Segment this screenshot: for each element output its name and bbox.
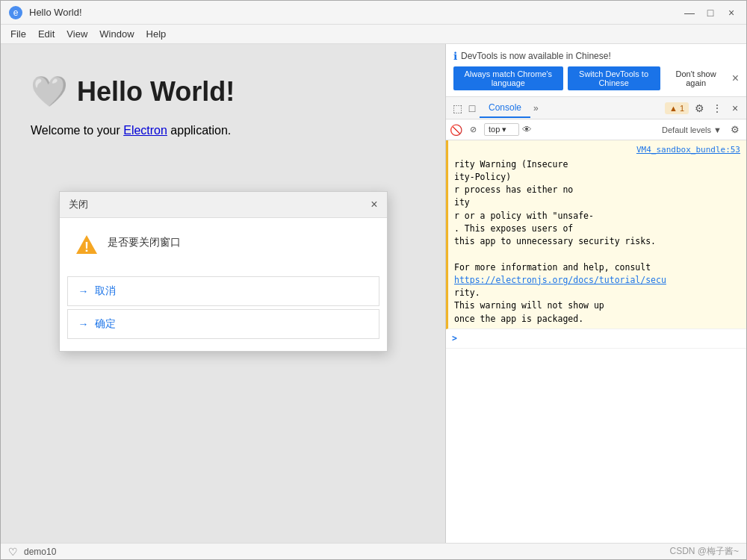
context-selector[interactable]: top ▾ bbox=[484, 123, 519, 136]
app-window: e Hello World! — □ × File Edit View Wind… bbox=[0, 0, 747, 560]
menu-window[interactable]: Window bbox=[93, 27, 140, 41]
confirm-arrow: → bbox=[78, 318, 89, 330]
dialog-message: 是否要关闭窗口 bbox=[108, 236, 181, 249]
menu-file[interactable]: File bbox=[4, 27, 32, 41]
watermark-text: CSDN @梅子酱~ bbox=[669, 545, 739, 558]
warning-icon: ! bbox=[75, 233, 99, 257]
status-bar: ♡ demo10 CSDN @梅子酱~ bbox=[1, 543, 746, 559]
notification-close-button[interactable]: × bbox=[732, 72, 739, 85]
dialog-buttons: → 取消 → 确定 bbox=[60, 276, 387, 351]
status-left: ♡ demo10 bbox=[8, 546, 56, 558]
filter-messages-icon[interactable]: 🚫 bbox=[450, 124, 462, 136]
dialog-close-button[interactable]: × bbox=[371, 198, 377, 211]
warning-badge[interactable]: ▲ 1 bbox=[665, 102, 689, 114]
console-settings-icon[interactable]: ⚙ bbox=[728, 122, 743, 137]
inspect-icon[interactable]: ⬚ bbox=[450, 101, 465, 116]
tab-console[interactable]: Console bbox=[480, 99, 530, 118]
console-prompt-symbol[interactable]: > bbox=[452, 333, 457, 343]
cancel-label: 取消 bbox=[95, 284, 116, 298]
window-controls: — □ × bbox=[682, 5, 739, 20]
electron-docs-link[interactable]: https://electronjs.org/docs/tutorial/sec… bbox=[454, 275, 666, 285]
console-prompt-entry: > bbox=[446, 329, 746, 349]
more-tabs-icon[interactable]: » bbox=[530, 103, 542, 113]
toolbar-right: ▲ 1 ⚙ ⋮ × bbox=[665, 101, 743, 116]
svg-text:!: ! bbox=[84, 240, 89, 255]
filter-right: Default levels ▼ bbox=[659, 125, 725, 135]
live-expressions-icon[interactable]: 👁 bbox=[522, 124, 532, 135]
console-source-link[interactable]: VM4_sandbox_bundle:53 bbox=[636, 145, 740, 155]
app-subtitle: Welcome to your Electron application. bbox=[31, 124, 415, 137]
always-match-button[interactable]: Always match Chrome's language bbox=[453, 66, 563, 90]
minimize-button[interactable]: — bbox=[682, 5, 697, 20]
menu-view[interactable]: View bbox=[61, 27, 93, 41]
app-title: Hello World! bbox=[77, 76, 235, 108]
notification-actions: Always match Chrome's language Switch De… bbox=[453, 66, 739, 90]
maximize-button[interactable]: □ bbox=[703, 5, 718, 20]
title-bar-left: e Hello World! bbox=[8, 5, 82, 20]
status-text: demo10 bbox=[24, 547, 56, 557]
menu-edit[interactable]: Edit bbox=[32, 27, 61, 41]
menu-bar: File Edit View Window Help bbox=[1, 25, 746, 44]
svg-text:e: e bbox=[13, 7, 19, 18]
default-levels-dropdown[interactable]: Default levels ▼ bbox=[659, 124, 725, 136]
devtools-notification: ℹ DevTools is now available in Chinese! … bbox=[446, 44, 746, 97]
cancel-button[interactable]: → 取消 bbox=[67, 276, 379, 306]
more-options-icon[interactable]: ⋮ bbox=[710, 101, 725, 116]
devtools-panel: ℹ DevTools is now available in Chinese! … bbox=[445, 44, 746, 543]
app-content: 🤍 Hello World! Welcome to your Electron … bbox=[1, 44, 445, 543]
cancel-arrow: → bbox=[78, 285, 89, 297]
console-warning-entry: VM4_sandbox_bundle:53 rity Warning (Inse… bbox=[446, 140, 746, 329]
dialog-title: 关闭 bbox=[69, 198, 88, 211]
main-area: 🤍 Hello World! Welcome to your Electron … bbox=[1, 44, 746, 543]
dialog-message-row: ! 是否要关闭窗口 bbox=[75, 233, 372, 257]
dont-show-button[interactable]: Don't show again bbox=[665, 66, 728, 90]
info-icon: ℹ bbox=[453, 50, 457, 62]
menu-help[interactable]: Help bbox=[140, 27, 173, 41]
dialog-overlay: 关闭 × ! 是否要关闭窗口 bbox=[1, 44, 445, 543]
app-icon: e bbox=[8, 5, 23, 20]
notification-text: ℹ DevTools is now available in Chinese! bbox=[453, 50, 739, 62]
close-dialog: 关闭 × ! 是否要关闭窗口 bbox=[59, 191, 388, 352]
settings-icon[interactable]: ⚙ bbox=[692, 101, 707, 116]
heart-icon: 🤍 bbox=[31, 74, 68, 109]
dialog-title-bar: 关闭 × bbox=[60, 192, 387, 218]
clear-console-button[interactable]: ⊘ bbox=[465, 123, 481, 136]
confirm-label: 确定 bbox=[95, 317, 116, 331]
title-bar: e Hello World! — □ × bbox=[1, 1, 746, 25]
console-output: VM4_sandbox_bundle:53 rity Warning (Inse… bbox=[446, 140, 746, 543]
status-heart-icon: ♡ bbox=[8, 546, 18, 558]
app-header: 🤍 Hello World! bbox=[31, 74, 415, 109]
devtools-toolbar: ⬚ □ Console » ▲ 1 ⚙ ⋮ × bbox=[446, 97, 746, 119]
close-devtools-button[interactable]: × bbox=[728, 101, 743, 116]
close-window-button[interactable]: × bbox=[724, 5, 739, 20]
window-title: Hello World! bbox=[29, 7, 82, 18]
electron-link[interactable]: Electron bbox=[123, 124, 167, 137]
switch-devtools-button[interactable]: Switch DevTools to Chinese bbox=[568, 66, 660, 90]
mobile-icon[interactable]: □ bbox=[465, 101, 480, 116]
dialog-body: ! 是否要关闭窗口 bbox=[60, 218, 387, 276]
console-filter-bar: 🚫 ⊘ top ▾ 👁 Default levels ▼ ⚙ bbox=[446, 119, 746, 140]
confirm-button[interactable]: → 确定 bbox=[67, 309, 379, 339]
